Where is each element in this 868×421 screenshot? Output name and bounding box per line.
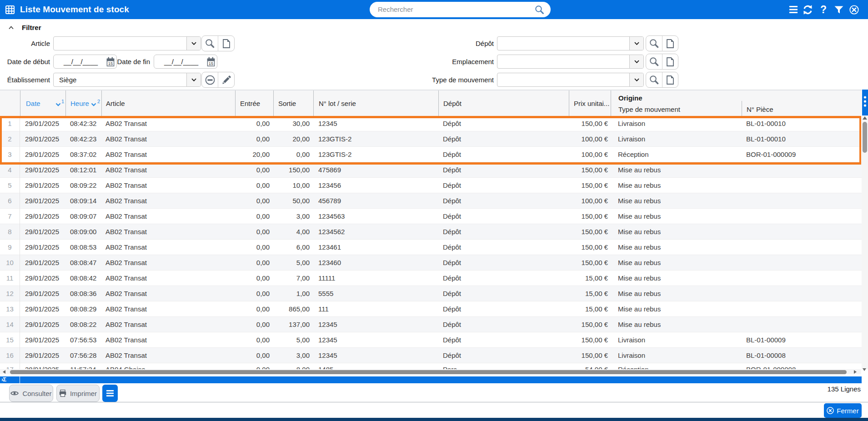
svg-text:15: 15 <box>209 61 214 66</box>
